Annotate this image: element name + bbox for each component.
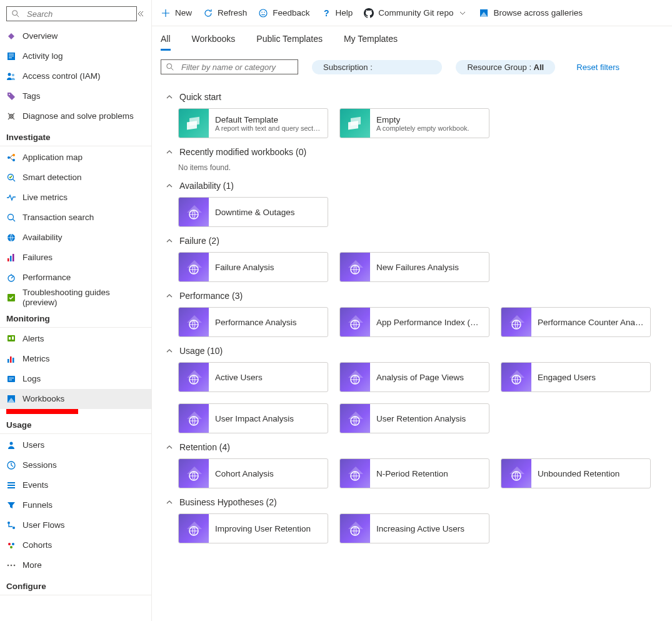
group-header[interactable]: Business Hypotheses (2) [161,488,663,513]
svg-text:?: ? [324,8,329,18]
nav-performance[interactable]: Performance [0,268,151,288]
nav-troubleshooting[interactable]: Troubleshooting guides (preview) [0,288,151,308]
nav-live-metrics[interactable]: Live metrics [0,188,151,208]
nav-app-map[interactable]: Application map [0,148,151,168]
workbook-card[interactable]: Increasing Active Users [339,513,489,543]
svg-marker-61 [187,205,202,213]
help-icon: ? [321,8,331,18]
group-header[interactable]: Recently modified workbooks (0) [161,138,663,163]
svg-point-44 [10,546,13,548]
nav-cohorts[interactable]: Cohorts [0,535,151,555]
nav-workbooks[interactable]: Workbooks [0,389,151,409]
group-header[interactable]: Failure (2) [161,227,663,252]
workbook-card[interactable]: Unbounded Retention [501,458,651,488]
card-title: Active Users [215,373,321,382]
nav-overview[interactable]: Overview [0,26,151,46]
search-input[interactable] [27,9,133,19]
nav-tags[interactable]: Tags [0,86,151,106]
svg-marker-71 [509,315,524,323]
svg-rect-27 [8,335,15,341]
workbook-card[interactable]: Cohort Analysis [178,458,328,488]
filter-input[interactable] [161,59,298,74]
smart-detection-icon [6,173,16,183]
tab-all[interactable]: All [161,34,171,51]
group-header[interactable]: Retention (4) [161,433,663,458]
nav-alerts[interactable]: Alerts [0,329,151,349]
group-header[interactable]: Usage (10) [161,337,663,362]
nav-label: Metrics [23,354,50,364]
svg-marker-69 [348,315,363,323]
nav-events[interactable]: Events [0,475,151,495]
nav-sessions[interactable]: Sessions [0,455,151,475]
browse-button[interactable]: Browse across galleries [479,8,583,18]
nav-user-flows[interactable]: User Flows [0,515,151,535]
overview-icon [6,31,16,41]
nav-smart-detection[interactable]: Smart detection [0,168,151,188]
nav-activity-log[interactable]: Activity log [0,46,151,66]
workbook-card[interactable]: Downtime & Outages [178,197,328,227]
svg-marker-63 [187,260,202,268]
workbook-card[interactable]: N-Period Retention [339,458,489,488]
workbook-card[interactable]: EmptyA completely empty workbook. [339,108,489,138]
filter-text-input[interactable] [181,63,294,72]
workbook-card[interactable]: Default TemplateA report with text and q… [178,108,328,138]
workbook-card[interactable]: Engaged Users [501,362,651,392]
workbook-card[interactable]: Failure Analysis [178,252,328,282]
nav-section-header: Usage [0,414,151,434]
nav-failures[interactable]: Failures [0,248,151,268]
app-map-icon [6,153,16,163]
workbook-card[interactable]: User Retention Analysis [339,403,489,433]
nav-label: Troubleshooting guides (preview) [23,288,145,308]
git-repo-button[interactable]: Community Git repo [364,8,468,18]
group-header[interactable]: Availability (1) [161,172,663,197]
subscription-filter[interactable]: Subscription : [312,60,442,74]
troubleshooting-icon [6,293,16,303]
workbook-card[interactable]: Performance Counter Anal... [501,307,651,337]
group-header[interactable]: Quick start [161,83,663,108]
nav-logs[interactable]: Logs [0,369,151,389]
nav-access-control[interactable]: Access control (IAM) [0,66,151,86]
nav-users[interactable]: Users [0,435,151,455]
workbook-card[interactable]: Improving User Retention [178,513,328,543]
feedback-button[interactable]: Feedback [258,8,309,18]
workbook-card[interactable]: Active Users [178,362,328,392]
live-metrics-icon [6,193,16,203]
nav-more[interactable]: More [0,555,151,575]
svg-marker-85 [348,467,363,474]
nav-metrics[interactable]: Metrics [0,349,151,369]
reset-filters[interactable]: Reset filters [576,63,619,72]
funnels-icon [6,500,16,510]
chevron-up-icon [166,237,173,245]
group-header[interactable]: Performance (3) [161,282,663,307]
svg-point-40 [8,522,10,524]
group-title: Recently modified workbooks (0) [179,147,306,157]
svg-point-38 [10,442,13,445]
new-button[interactable]: New [161,8,192,18]
workbook-card[interactable]: App Performance Index (A... [339,307,489,337]
nav-funnels[interactable]: Funnels [0,495,151,515]
alerts-icon [6,334,16,344]
card-row: Performance AnalysisApp Performance Inde… [161,307,663,337]
nav-label: Availability [23,233,63,243]
nav-transaction-search[interactable]: Transaction search [0,208,151,228]
collapse-sidebar[interactable] [137,10,146,18]
nav-diagnose[interactable]: Diagnose and solve problems [0,106,151,126]
refresh-button[interactable]: Refresh [203,8,247,18]
card-tile-icon [340,459,370,488]
workbook-card[interactable]: New Failures Analysis [339,252,489,282]
workbook-card[interactable]: Analysis of Page Views [339,362,489,392]
help-button[interactable]: ? Help [321,8,353,18]
workbook-card[interactable]: User Impact Analysis [178,403,328,433]
tags-icon [6,91,16,101]
nav-availability[interactable]: Availability [0,228,151,248]
smile-icon [258,8,268,18]
svg-point-43 [12,543,14,545]
sidebar-search[interactable] [6,6,137,21]
resource-group-filter[interactable]: Resource Group : All [456,60,555,74]
card-title: Downtime & Outages [215,208,321,217]
tab-workbooks[interactable]: Workbooks [192,34,236,51]
tab-public-templates[interactable]: Public Templates [256,34,323,51]
svg-point-8 [9,94,10,95]
workbook-card[interactable]: Performance Analysis [178,307,328,337]
tab-my-templates[interactable]: My Templates [344,34,398,51]
